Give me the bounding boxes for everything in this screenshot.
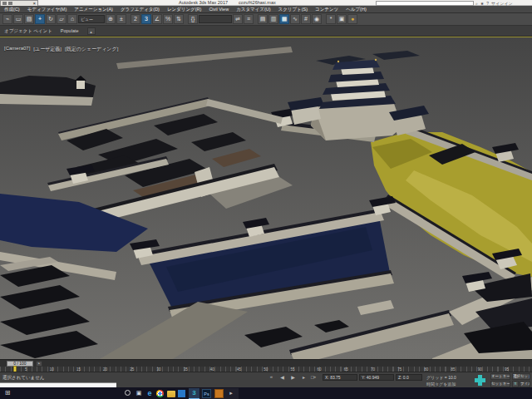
reference-coordinate-dropdown[interactable]: ビュー (78, 15, 105, 23)
viewport-camera-label[interactable]: [Camera07] (4, 46, 30, 53)
z-value: 0.0 (403, 375, 409, 380)
previous-frame-icon[interactable]: ◀ (278, 374, 286, 380)
ribbon-tab-bar: オブジェクト ペイント Populate ▴ (0, 26, 532, 37)
ime-block-icon (2, 2, 7, 5)
next-frame-icon[interactable]: ▸ (300, 374, 308, 380)
menu-animation[interactable]: アニメーション(A) (74, 7, 113, 12)
windows-taskbar: ⊞ ▣ e 3 Ps ▸ (0, 387, 532, 399)
render-setup-icon[interactable]: * (326, 14, 336, 24)
pinned-app-icon-orange[interactable] (214, 389, 224, 398)
viewport[interactable]: [Camera07] [ユーザ定義] [既定のシェーディング] (0, 37, 532, 359)
schematic-view-icon[interactable]: # (301, 14, 311, 24)
app-title: Autodesk 3ds Max 2017 (179, 0, 228, 5)
ribbon-collapse-icon[interactable]: ▴ (87, 27, 96, 35)
pinned-app-icon-gray[interactable]: ▸ (227, 389, 235, 397)
menu-bar: 作成(C) モディファイヤ(M) アニメーション(A) グラフエディタ(D) レ… (0, 6, 532, 13)
window-title: Autodesk 3ds Max 2017 cozu%26hasi.max (179, 0, 276, 6)
y-value: 40.949 (367, 375, 379, 380)
menu-civil-view[interactable]: Civil View (209, 7, 229, 12)
spinner-snap-icon[interactable]: ⇅ (174, 14, 184, 24)
select-and-place-icon[interactable]: ⌂ (67, 14, 77, 24)
layer-explorer-icon[interactable]: ▥ (268, 14, 278, 24)
3dsmax-taskbar-icon[interactable]: 3 (189, 388, 200, 399)
z-label: Z: (398, 375, 401, 380)
menu-scripting[interactable]: スクリプト(S) (278, 7, 308, 12)
selection-set-button[interactable]: 選択セット (512, 373, 530, 380)
select-and-scale-icon[interactable]: ▱ (57, 14, 66, 24)
next-frame-icon[interactable]: ‣ (36, 361, 42, 367)
set-key-button[interactable]: セットキー (490, 381, 510, 387)
menu-graph-editors[interactable]: グラフエディタ(D) (121, 7, 160, 12)
auto-key-button[interactable]: オートキー (490, 373, 510, 380)
add-time-tag[interactable]: 時間タグを追加 (426, 382, 456, 387)
key-icon[interactable]: π (512, 381, 519, 387)
desktop: Autodesk 3ds Max 2017 cozu%26hasi.max ⌕ … (0, 0, 532, 399)
file-title: cozu%26hasi.max (239, 0, 276, 5)
named-selection-dropdown[interactable] (199, 15, 232, 23)
ribbon-toggle-icon[interactable]: ▦ (279, 14, 289, 24)
coordinate-y-field[interactable]: Y: 40.949 (359, 374, 394, 381)
percent-snap-icon[interactable]: % (163, 14, 173, 24)
select-and-move-icon[interactable]: + (35, 14, 45, 24)
photoshop-icon[interactable]: Ps (202, 389, 211, 398)
viewport-label[interactable]: [Camera07] [ユーザ定義] [既定のシェーディング] (4, 46, 118, 53)
tab-populate[interactable]: Populate (61, 28, 79, 33)
menu-create[interactable]: 作成(C) (4, 7, 20, 12)
select-and-manipulate-icon[interactable]: ± (116, 14, 126, 24)
main-toolbar: ⌁ ▭ ▧ + ↻ ▱ ⌂ ビュー ⊕ ± 2 3 ∠ % ⇅ {} ⇌ ≡ ▤… (0, 13, 532, 26)
select-object-icon[interactable]: ▭ (13, 14, 23, 24)
tab-object-paint[interactable]: オブジェクト ペイント (4, 28, 52, 34)
grid-size-label: グリッド = 10.0 (426, 375, 456, 380)
file-explorer-icon[interactable] (167, 391, 175, 397)
time-slider-frame-display[interactable]: 0 / 100 (7, 361, 33, 367)
menu-content[interactable]: コンテンツ (315, 7, 338, 12)
x-label: X: (325, 375, 329, 380)
viewport-shading-label[interactable]: [既定のシェーディング] (65, 46, 118, 53)
play-icon[interactable]: ▶ (289, 374, 297, 380)
align-icon[interactable]: ≡ (244, 14, 254, 24)
timeline: 0 / 100 ‣ 5 10 15 20 25 30 35 40 45 50 5… (0, 359, 532, 372)
snap-2d-icon[interactable]: 2 (131, 14, 140, 24)
menu-customize[interactable]: カスタマイズ(U) (236, 7, 270, 12)
render-production-icon[interactable]: ● (347, 14, 357, 24)
menu-rendering[interactable]: レンダリング(R) (167, 7, 201, 12)
mirror-icon[interactable]: ⇌ (233, 14, 243, 24)
y-label: Y: (362, 375, 365, 380)
castle-scene (0, 37, 532, 360)
viewport-viewtype-label[interactable]: [ユーザ定義] (33, 46, 62, 53)
start-button-icon[interactable]: ⊞ (3, 389, 12, 397)
select-region-icon[interactable]: ▧ (24, 14, 34, 24)
ime-block-icon (8, 2, 12, 5)
named-selection-sets-icon[interactable]: {} (188, 14, 198, 24)
task-view-icon[interactable]: ▣ (135, 389, 143, 397)
menu-modifiers[interactable]: モディファイヤ(M) (27, 7, 67, 12)
coordinate-z-field[interactable]: Z: 0.0 (396, 374, 422, 381)
status-prompt: 選択されていません (2, 375, 44, 381)
go-to-start-icon[interactable]: « (268, 374, 275, 380)
edge-icon[interactable]: e (145, 389, 154, 397)
status-bar: 選択されていません « ◀ ▶ ▸ » □ X: 83.75 Y: 40.949… (0, 372, 532, 387)
angle-snap-icon[interactable]: ∠ (152, 14, 162, 24)
set-key-plus-icon[interactable] (474, 374, 486, 387)
material-editor-icon[interactable]: ◉ (312, 14, 322, 24)
use-pivot-center-icon[interactable]: ⊕ (106, 14, 116, 24)
key-filters-button[interactable]: フィルタ... (520, 381, 530, 387)
scene-explorer-icon[interactable]: ▤ (258, 14, 268, 24)
cortana-mic-icon[interactable] (125, 390, 131, 396)
snap-3d-icon[interactable]: 3 (141, 14, 151, 24)
rendered-frame-icon[interactable]: ▣ (337, 14, 347, 24)
curve-editor-icon[interactable]: ∿ (290, 14, 300, 24)
x-value: 83.75 (330, 375, 341, 380)
select-and-rotate-icon[interactable]: ↻ (46, 14, 56, 24)
menu-help[interactable]: ヘルプ(H) (346, 7, 367, 12)
select-and-link-icon[interactable]: ⌁ (2, 14, 12, 24)
coordinate-x-field[interactable]: X: 83.75 (323, 374, 357, 381)
photos-app-icon[interactable] (178, 390, 185, 397)
chrome-icon[interactable] (156, 390, 164, 397)
transform-typein-mode-icon[interactable]: □ (311, 375, 314, 380)
